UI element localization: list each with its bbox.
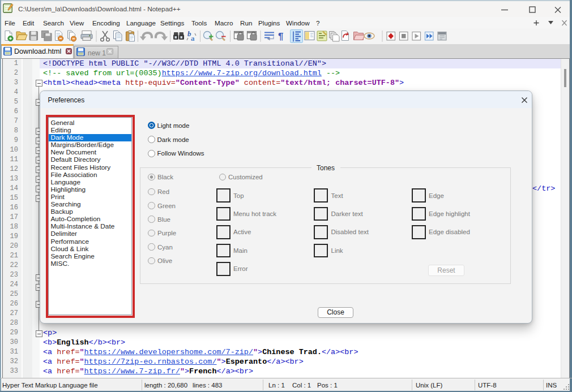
svg-text:¶: ¶ bbox=[278, 31, 283, 42]
svg-text:a: a bbox=[191, 34, 195, 42]
